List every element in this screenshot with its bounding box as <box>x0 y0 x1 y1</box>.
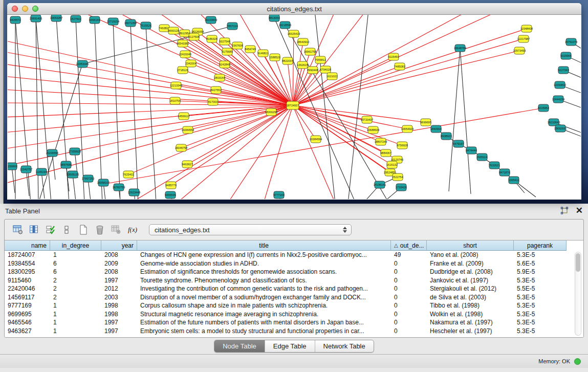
table-cell[interactable]: Corpus callosum shape and size in male p… <box>137 301 391 310</box>
table-cell[interactable]: 5.3E-5 <box>514 251 567 259</box>
table-cell[interactable]: Genome-wide association studies in ADHD. <box>137 259 391 268</box>
graph-node[interactable]: 9699695 <box>420 119 431 126</box>
graph-node[interactable]: 9242848 <box>219 61 230 68</box>
table-cell[interactable]: 5.5E-5 <box>514 285 567 293</box>
table-cell[interactable]: Franke et al. (2009) <box>427 259 514 268</box>
graph-node[interactable]: 9897588 <box>60 161 71 168</box>
table-cell[interactable]: 18724007 <box>5 251 50 259</box>
graph-node[interactable]: 2522754 <box>392 173 403 181</box>
network-window-titlebar[interactable]: citations_edges.txt <box>7 3 581 15</box>
graph-node[interactable]: 6794028 <box>320 66 331 73</box>
table-row[interactable]: 1830029562008Estimation of significance … <box>5 268 583 276</box>
table-cell[interactable]: 5.3E-5 <box>514 276 567 285</box>
graph-node[interactable]: 11548408 <box>520 25 533 32</box>
table-cell[interactable]: Nakamura et al. (1997) <box>427 318 514 327</box>
graph-node[interactable]: 9327548 <box>219 38 230 45</box>
table-cell[interactable]: Tibbo et al. (1998) <box>427 301 514 310</box>
graph-node[interactable]: 16033809 <box>205 16 217 24</box>
show-columns-button[interactable] <box>27 223 41 236</box>
table-cell[interactable]: 1998 <box>101 310 137 319</box>
table-cell[interactable]: 2 <box>50 276 101 285</box>
graph-node[interactable]: 9405572 <box>10 16 20 24</box>
graph-node[interactable]: 15720407 <box>361 116 373 123</box>
table-cell[interactable]: Stergiakouli et al. (2012) <box>427 285 514 293</box>
table-row[interactable]: 1456911722003Disruption of a novel membe… <box>5 293 583 302</box>
graph-node[interactable]: 1840994 <box>430 125 441 133</box>
table-row[interactable]: 2242004622012Investigating the contribut… <box>5 285 583 293</box>
table-cell[interactable]: 2 <box>50 293 101 302</box>
table-cell[interactable]: Structural magnetic resonance image aver… <box>137 310 391 319</box>
graph-node[interactable]: 1621022 <box>326 73 337 80</box>
column-header-in-degree[interactable]: in_degree <box>50 240 101 251</box>
table-cell[interactable]: Yano et al. (2008) <box>427 251 514 259</box>
table-row[interactable]: 946554611997Estimation of the future num… <box>5 318 583 327</box>
graph-node[interactable]: 12444154 <box>552 96 564 103</box>
tab-node-table[interactable]: Node Table <box>214 340 265 352</box>
graph-node[interactable]: 1527602 <box>70 15 81 23</box>
table-cell[interactable]: 6 <box>50 268 101 276</box>
graph-node[interactable]: 1362615 <box>297 61 308 69</box>
table-cell[interactable]: 49 <box>391 251 427 259</box>
graph-node[interactable]: 10384594 <box>310 136 322 143</box>
table-cell[interactable]: 19384554 <box>5 259 50 268</box>
graph-node[interactable]: 2367608 <box>232 42 243 49</box>
table-row[interactable]: 946362711997Embryonic stem cells: a mode… <box>5 327 583 336</box>
network-canvas[interactable]: 1872400794055722069140610653287152760264… <box>8 15 581 199</box>
graph-node[interactable]: 7515526 <box>140 22 151 29</box>
table-cell[interactable]: Dudbridge et al. (2008) <box>427 268 514 276</box>
delete-row-button[interactable] <box>93 223 107 236</box>
graph-node[interactable]: 15692931 <box>554 125 567 132</box>
graph-node[interactable]: 2718126 <box>177 67 188 74</box>
table-cell[interactable]: 0 <box>391 327 427 336</box>
graph-node[interactable]: 2342004 <box>185 60 196 67</box>
graph-node[interactable]: 6479197 <box>453 140 464 147</box>
tab-edge-table[interactable]: Edge Table <box>265 340 315 352</box>
table-cell[interactable]: Hescheler et al. (1997) <box>427 327 514 336</box>
graph-node[interactable]: 6466160 <box>89 16 100 24</box>
graph-node[interactable]: 7857224 <box>227 23 237 30</box>
graph-node[interactable]: 18807249 <box>375 138 387 145</box>
table-cell[interactable]: 2008 <box>101 268 137 276</box>
graph-node[interactable]: 16782759 <box>113 184 125 191</box>
graph-node[interactable]: 8822037 <box>282 57 293 64</box>
graph-node[interactable]: 1588520 <box>269 54 280 61</box>
graph-node[interactable]: 8938923 <box>441 133 451 140</box>
graph-node[interactable]: 1733426 <box>396 184 406 191</box>
graph-node[interactable]: 817003 <box>208 98 218 105</box>
table-cell[interactable]: 1 <box>50 310 101 319</box>
graph-node[interactable]: 19218596 <box>279 21 291 29</box>
table-cell[interactable]: Jankovic et al. (1997) <box>427 276 514 285</box>
new-row-button[interactable] <box>76 223 91 236</box>
table-cell[interactable]: 5.3E-5 <box>514 293 567 302</box>
graph-node[interactable]: 18300295 <box>265 108 277 116</box>
table-cell[interactable]: 2009 <box>101 259 137 268</box>
table-cell[interactable]: Disruption of a novel member of a sodium… <box>137 293 391 302</box>
column-header-out-de-[interactable]: △out_de... <box>391 240 427 251</box>
table-cell[interactable]: 0 <box>391 318 427 327</box>
graph-node[interactable]: 10688609 <box>367 126 379 134</box>
unselect-columns-button[interactable] <box>60 223 74 236</box>
graph-node[interactable]: 7625402 <box>123 171 134 178</box>
graph-node[interactable]: 10653287 <box>50 15 62 21</box>
tab-network-table[interactable]: Network Table <box>315 340 374 352</box>
graph-node[interactable]: 7632621 <box>489 162 499 169</box>
graph-node[interactable]: 8471876 <box>499 169 510 176</box>
graph-node[interactable]: 9465546 <box>165 191 176 199</box>
close-panel-icon[interactable]: ✕ <box>576 207 583 215</box>
table-row[interactable]: 911546021997Tourette syndrome. Phenomeno… <box>5 276 583 285</box>
table-cell[interactable]: Embryonic stem cells: a model to study s… <box>137 327 391 336</box>
table-cell[interactable]: Investigating the contribution of common… <box>137 285 391 293</box>
graph-node[interactable]: 15751074 <box>565 38 577 46</box>
table-cell[interactable]: 2008 <box>101 251 137 259</box>
graph-node[interactable]: 12342757 <box>20 166 32 173</box>
table-cell[interactable]: 0 <box>391 268 427 276</box>
graph-node[interactable]: 21953346 <box>76 60 89 68</box>
column-header-short[interactable]: short <box>427 240 514 251</box>
table-cell[interactable]: 2012 <box>101 285 137 293</box>
graph-node[interactable]: 18325419 <box>288 30 300 37</box>
table-cell[interactable]: 9465546 <box>5 318 50 327</box>
table-vertical-scrollbar[interactable] <box>575 252 581 336</box>
graph-node[interactable]: 16543382 <box>177 40 189 47</box>
delete-table-button[interactable] <box>109 223 123 236</box>
table-selector-dropdown[interactable]: citations_edges.txt <box>149 224 352 235</box>
